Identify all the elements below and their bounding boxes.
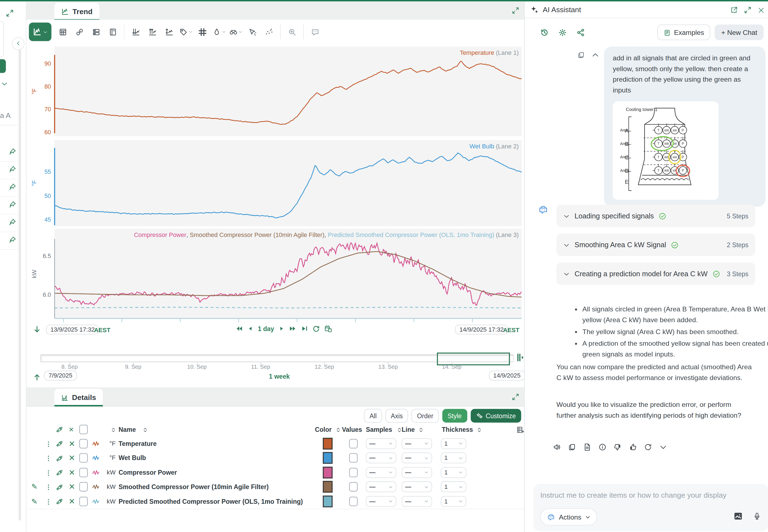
values-checkbox[interactable] xyxy=(349,453,357,463)
pin-icon[interactable] xyxy=(9,201,16,208)
step-size-label[interactable]: 1 day xyxy=(258,325,274,332)
slider-grip-icon[interactable] xyxy=(516,352,525,363)
step-back-half-icon[interactable] xyxy=(248,325,253,332)
step-group-1[interactable]: Loading specified signals5 Steps xyxy=(556,205,755,227)
signal-range-button[interactable] xyxy=(161,24,177,40)
row-remove-icon[interactable]: ✕ xyxy=(69,497,75,506)
details-tab-style[interactable]: Style xyxy=(442,409,467,423)
regenerate-icon[interactable] xyxy=(644,442,652,451)
signal-add-down-button[interactable] xyxy=(127,24,144,40)
chevron-down-icon[interactable] xyxy=(563,270,570,277)
col-color[interactable]: Color xyxy=(315,426,332,433)
expand-icon[interactable] xyxy=(6,8,14,17)
row-remove-icon[interactable]: ✕ xyxy=(69,439,75,448)
values-checkbox[interactable] xyxy=(349,468,357,477)
sidebar-scrollbar[interactable] xyxy=(19,41,21,521)
expand-trend-icon[interactable] xyxy=(512,6,519,15)
grid-button[interactable] xyxy=(194,24,211,40)
table-row[interactable]: ✎✕kWSmoothed Compressor Power (10min Agi… xyxy=(27,480,524,495)
thickness-select[interactable]: 1 xyxy=(441,467,466,478)
table-button[interactable] xyxy=(54,24,71,40)
document-icon[interactable] xyxy=(583,442,591,451)
investigate-duration-label[interactable]: 1 week xyxy=(269,373,290,380)
samples-cursor-button[interactable] xyxy=(244,24,261,40)
step-group-2[interactable]: Smoothing Area C kW Signal2 Steps xyxy=(556,234,755,256)
samples-select[interactable]: — xyxy=(366,467,396,478)
customize-button[interactable]: Customize xyxy=(470,409,521,423)
binoculars-button[interactable] xyxy=(227,24,244,40)
row-remove-icon[interactable]: ✕ xyxy=(69,468,75,477)
thumbs-down-icon[interactable] xyxy=(614,442,622,451)
examples-button[interactable]: Examples xyxy=(657,24,710,40)
investigate-selection[interactable] xyxy=(437,353,510,365)
move-range-down-icon[interactable] xyxy=(33,326,41,333)
chevron-down-icon[interactable] xyxy=(563,213,570,219)
row-remove-icon[interactable]: ✕ xyxy=(69,453,75,463)
thickness-select[interactable]: 1 xyxy=(441,482,466,492)
copy-message-icon[interactable] xyxy=(578,50,585,59)
sort-icon[interactable] xyxy=(110,426,117,433)
table-row[interactable]: ✕°FTemperature——1 xyxy=(27,436,524,451)
range-start-tz[interactable]: AEST xyxy=(94,327,110,334)
sort-icon[interactable] xyxy=(335,426,341,433)
assistant-input-box[interactable]: Instruct me to create items or how to ch… xyxy=(534,484,768,531)
row-checkbox[interactable] xyxy=(79,468,88,477)
color-swatch[interactable] xyxy=(323,438,333,449)
thickness-select[interactable]: 1 xyxy=(441,453,466,463)
select-all-checkbox[interactable] xyxy=(79,425,88,434)
thumbs-up-icon[interactable] xyxy=(629,442,637,451)
row-menu-kebab-icon[interactable] xyxy=(45,482,52,491)
tab-trend[interactable]: Trend xyxy=(54,3,99,20)
move-range-up-icon[interactable] xyxy=(33,373,41,381)
chart-type-button[interactable] xyxy=(29,22,51,41)
details-filter-order[interactable]: Order xyxy=(412,409,439,423)
row-rocket-icon[interactable] xyxy=(56,497,63,506)
line-select[interactable]: — xyxy=(402,438,432,449)
values-checkbox[interactable] xyxy=(349,439,357,448)
row-remove-icon[interactable]: ✕ xyxy=(69,482,75,492)
pin-icon[interactable] xyxy=(9,183,16,191)
edit-pencil-icon[interactable]: ✎ xyxy=(31,497,37,506)
history-icon[interactable] xyxy=(540,28,548,37)
trend-chart[interactable]: 90807060°FTemperature (Lane 1)555045°FWe… xyxy=(27,44,524,325)
investigate-slider-track[interactable] xyxy=(40,354,514,362)
col-thickness[interactable]: Thickness xyxy=(442,426,473,433)
table-row[interactable]: ✕kWCompressor Power——1 xyxy=(27,465,524,480)
table-row[interactable]: ✕°FWet Bulb——1 xyxy=(27,451,524,466)
row-menu-kebab-icon[interactable] xyxy=(45,439,52,448)
row-rocket-icon[interactable] xyxy=(56,439,63,448)
tag-button[interactable] xyxy=(177,24,194,40)
row-checkbox[interactable] xyxy=(79,497,88,506)
pinned-item-row[interactable] xyxy=(0,214,18,232)
range-end-tz[interactable]: AEST xyxy=(503,327,519,334)
copy-range-icon[interactable] xyxy=(324,325,332,332)
row-menu-kebab-icon[interactable] xyxy=(45,454,52,463)
comment-button[interactable] xyxy=(307,24,323,40)
row-name[interactable]: Smoothed Compressor Power (10min Agile F… xyxy=(118,483,269,491)
color-swatch[interactable] xyxy=(323,467,333,478)
step-back-full-icon[interactable] xyxy=(235,325,243,332)
info-icon[interactable] xyxy=(599,442,606,451)
range-end-input[interactable]: 14/9/2025 17:32 xyxy=(455,325,508,334)
range-start-input[interactable]: 13/9/2025 17:32 xyxy=(46,325,99,334)
col-line[interactable]: Line xyxy=(402,426,415,433)
tab-details[interactable]: Details xyxy=(54,389,103,406)
remove-all-icon[interactable]: ✕ xyxy=(69,426,74,433)
step-group-3[interactable]: Creating a prediction model for Area C k… xyxy=(556,262,755,285)
signal-add-up-button[interactable] xyxy=(144,24,161,40)
sort-icon[interactable] xyxy=(418,426,424,433)
row-name[interactable]: Compressor Power xyxy=(118,469,177,476)
close-assistant-icon[interactable] xyxy=(758,5,765,14)
thickness-select[interactable]: 1 xyxy=(441,496,466,507)
thickness-select[interactable]: 1 xyxy=(441,438,466,449)
row-rocket-icon[interactable] xyxy=(56,482,63,491)
share-icon[interactable] xyxy=(576,28,585,37)
col-samples[interactable]: Samples xyxy=(366,426,392,433)
samples-select[interactable]: — xyxy=(366,453,396,463)
row-checkbox[interactable] xyxy=(79,453,88,463)
sort-icon[interactable] xyxy=(142,426,148,433)
col-values[interactable]: Values xyxy=(342,426,362,433)
samples-select[interactable]: — xyxy=(366,438,396,449)
row-name[interactable]: Temperature xyxy=(118,440,157,447)
line-select[interactable]: — xyxy=(402,467,432,478)
